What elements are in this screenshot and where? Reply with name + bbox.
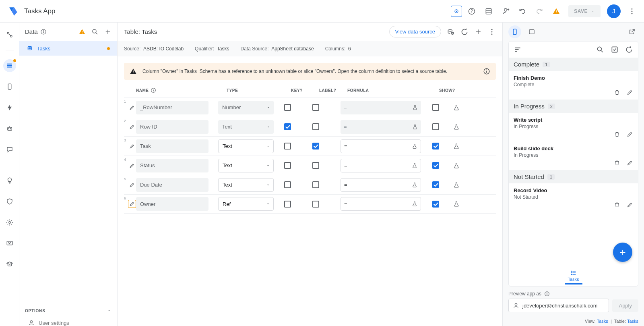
show-checkbox[interactable]: [432, 104, 439, 111]
group-header[interactable]: In Progress2: [509, 100, 638, 113]
edit-icon[interactable]: [627, 160, 633, 166]
nav-home-icon[interactable]: [3, 28, 16, 41]
label-checkbox[interactable]: [312, 104, 319, 111]
add-column-icon[interactable]: [474, 28, 482, 36]
task-card[interactable]: Record Video Not Started: [509, 183, 638, 212]
formula-input[interactable]: =: [341, 139, 421, 153]
task-card[interactable]: Finish Demo Complete: [509, 71, 638, 100]
nav-settings-icon[interactable]: [3, 216, 16, 229]
show-checkbox[interactable]: [432, 143, 439, 150]
refresh-icon[interactable]: [460, 28, 469, 36]
warning-icon[interactable]: [78, 28, 86, 35]
edit-column-icon[interactable]: [128, 104, 136, 112]
flask-icon[interactable]: [453, 124, 460, 130]
column-type-select[interactable]: Number: [218, 101, 274, 114]
column-type-select[interactable]: Text: [218, 159, 274, 172]
flask-icon[interactable]: [453, 143, 460, 150]
grid-icon[interactable]: [481, 4, 496, 19]
tablet-view-icon[interactable]: [525, 25, 538, 38]
key-checkbox[interactable]: [284, 143, 291, 150]
preview-email-input[interactable]: jdeveloper@christianschalk.com: [508, 299, 609, 312]
phone-tab-tasks[interactable]: Tasks: [565, 270, 582, 284]
nav-learn-icon[interactable]: [3, 258, 16, 271]
help-icon[interactable]: ?: [464, 4, 479, 19]
search-icon[interactable]: [596, 46, 604, 54]
edit-icon[interactable]: [627, 131, 633, 137]
show-checkbox[interactable]: [432, 181, 439, 188]
nav-intelligence-icon[interactable]: [3, 174, 16, 187]
column-name-input[interactable]: [136, 120, 208, 134]
more-icon[interactable]: [488, 28, 496, 36]
select-icon[interactable]: [611, 46, 619, 54]
formula-input[interactable]: =: [341, 197, 421, 211]
label-checkbox[interactable]: [312, 162, 319, 169]
footer-table-link[interactable]: Tasks: [627, 319, 638, 324]
edit-column-icon[interactable]: [128, 181, 136, 189]
label-checkbox[interactable]: [312, 143, 319, 150]
label-checkbox[interactable]: [312, 123, 319, 130]
formula-input[interactable]: =: [341, 101, 421, 114]
phone-view-icon[interactable]: [508, 25, 521, 38]
column-type-select[interactable]: Text: [218, 139, 274, 153]
user-avatar[interactable]: J: [607, 4, 621, 18]
nav-chat-icon[interactable]: [3, 143, 16, 156]
flask-icon[interactable]: [453, 104, 460, 111]
formula-input[interactable]: =: [341, 159, 421, 172]
info-icon[interactable]: [150, 87, 157, 93]
flask-icon[interactable]: [453, 162, 460, 169]
flask-icon[interactable]: [453, 201, 460, 207]
more-icon[interactable]: [625, 4, 639, 19]
edit-column-icon[interactable]: [128, 123, 136, 131]
refresh-icon[interactable]: [625, 46, 633, 54]
flask-icon[interactable]: [453, 182, 460, 188]
group-header[interactable]: Complete1: [509, 58, 638, 71]
warning-icon[interactable]: [549, 4, 564, 19]
nav-views-icon[interactable]: [3, 80, 16, 93]
task-card[interactable]: Write script In Progress: [509, 113, 638, 141]
info-icon[interactable]: [483, 68, 490, 75]
label-checkbox[interactable]: [312, 201, 319, 208]
show-checkbox[interactable]: [432, 201, 439, 208]
info-icon[interactable]: [40, 29, 47, 35]
nav-automation-icon[interactable]: [3, 101, 16, 114]
label-checkbox[interactable]: [312, 181, 319, 188]
task-card[interactable]: Build slide deck In Progress: [509, 141, 638, 170]
edit-column-icon[interactable]: [128, 200, 136, 208]
nav-data-icon[interactable]: [3, 59, 16, 72]
column-name-input[interactable]: [136, 101, 208, 114]
delete-icon[interactable]: [614, 89, 620, 96]
fab-add-button[interactable]: +: [613, 243, 632, 262]
edit-icon[interactable]: [627, 89, 633, 96]
column-name-input[interactable]: [136, 197, 208, 211]
show-checkbox[interactable]: [432, 162, 439, 169]
options-toggle[interactable]: OPTIONS: [19, 304, 117, 317]
delete-icon[interactable]: [614, 131, 620, 137]
key-checkbox[interactable]: [284, 162, 291, 169]
key-checkbox[interactable]: [284, 201, 291, 208]
delete-icon[interactable]: [614, 160, 620, 166]
nav-bot-icon[interactable]: [3, 122, 16, 135]
column-name-input[interactable]: [136, 159, 208, 172]
group-header[interactable]: Not Started1: [509, 170, 638, 183]
show-checkbox[interactable]: [432, 123, 439, 130]
key-checkbox[interactable]: [284, 104, 291, 111]
nav-monitor-icon[interactable]: [3, 237, 16, 250]
footer-view-link[interactable]: Tasks: [597, 319, 608, 324]
key-checkbox[interactable]: [284, 181, 291, 188]
user-settings-item[interactable]: User settings: [19, 317, 117, 326]
redo-icon[interactable]: [532, 4, 547, 19]
sort-icon[interactable]: [514, 46, 522, 54]
undo-icon[interactable]: [515, 4, 530, 19]
view-data-source-button[interactable]: View data source: [389, 26, 442, 37]
edit-column-icon[interactable]: [128, 162, 136, 170]
search-icon[interactable]: [91, 28, 99, 35]
open-external-icon[interactable]: [625, 25, 638, 38]
info-icon[interactable]: [544, 291, 550, 297]
column-name-input[interactable]: [136, 178, 208, 192]
key-checkbox[interactable]: [284, 123, 291, 130]
nav-security-icon[interactable]: [3, 195, 16, 208]
delete-icon[interactable]: [614, 201, 620, 208]
regenerate-icon[interactable]: [447, 28, 455, 36]
column-type-select[interactable]: Text: [218, 178, 274, 192]
column-name-input[interactable]: [136, 139, 208, 153]
